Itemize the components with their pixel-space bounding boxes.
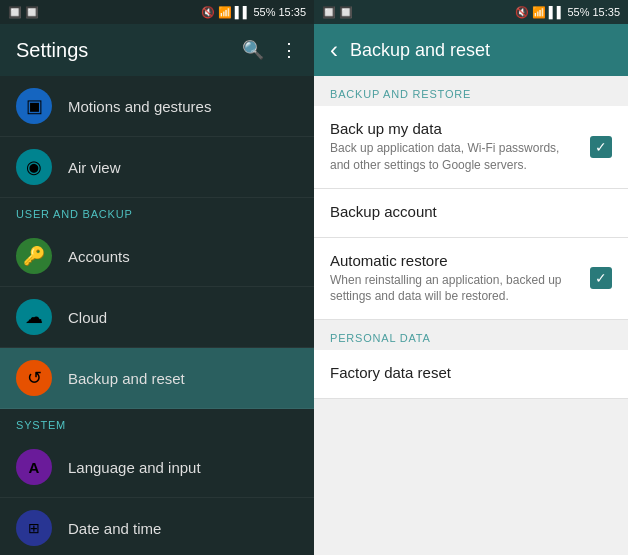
backup-account-text: Backup account: [330, 203, 612, 223]
backup-label: Backup and reset: [68, 370, 185, 387]
right-signal-icon: ▌▌: [549, 6, 565, 18]
right-panel: 🔲 🔲 🔇 📶 ▌▌ 55% 15:35 ‹ Backup and reset …: [314, 0, 628, 555]
right-mute-icon: 🔇: [515, 6, 529, 19]
motions-icon: ▣: [16, 88, 52, 124]
accounts-label: Accounts: [68, 248, 130, 265]
right-time: 15:35: [592, 6, 620, 18]
left-status-right-icons: 🔇 📶 ▌▌ 55% 15:35: [201, 6, 306, 19]
backup-icon: ↺: [16, 360, 52, 396]
personal-data-section-header: PERSONAL DATA: [314, 320, 628, 350]
back-up-data-item[interactable]: Back up my data Back up application data…: [314, 106, 628, 189]
back-up-data-text: Back up my data Back up application data…: [330, 120, 578, 174]
left-status-bar: 🔲 🔲 🔇 📶 ▌▌ 55% 15:35: [0, 0, 314, 24]
sidebar-item-backup[interactable]: ↺ Backup and reset: [0, 348, 314, 409]
left-battery-text: 55%: [253, 6, 275, 18]
back-up-data-subtitle: Back up application data, Wi-Fi password…: [330, 140, 578, 174]
system-section-header: SYSTEM: [0, 409, 314, 437]
back-up-data-checkbox[interactable]: ✓: [590, 136, 612, 158]
user-backup-section-header: USER AND BACKUP: [0, 198, 314, 226]
right-status-right-icons: 🔇 📶 ▌▌ 55% 15:35: [515, 6, 620, 19]
auto-restore-text: Automatic restore When reinstalling an a…: [330, 252, 578, 306]
left-time: 15:35: [278, 6, 306, 18]
auto-restore-subtitle: When reinstalling an application, backed…: [330, 272, 578, 306]
auto-restore-title: Automatic restore: [330, 252, 578, 269]
left-mute-icon: 🔇: [201, 6, 215, 19]
search-icon[interactable]: 🔍: [242, 39, 264, 61]
language-icon: A: [16, 449, 52, 485]
backup-restore-section-header: BACKUP AND RESTORE: [314, 76, 628, 106]
left-signal-icon: ▌▌: [235, 6, 251, 18]
datetime-icon: ⊞: [16, 510, 52, 546]
auto-restore-item[interactable]: Automatic restore When reinstalling an a…: [314, 238, 628, 321]
back-up-data-title: Back up my data: [330, 120, 578, 137]
auto-restore-checkbox[interactable]: ✓: [590, 267, 612, 289]
datetime-label: Date and time: [68, 520, 161, 537]
right-content: BACKUP AND RESTORE Back up my data Back …: [314, 76, 628, 555]
overflow-menu-icon[interactable]: ⋮: [280, 39, 298, 61]
factory-reset-text: Factory data reset: [330, 364, 612, 384]
left-wifi-icon: 📶: [218, 6, 232, 19]
left-status-left-icons: 🔲 🔲: [8, 6, 39, 19]
language-label: Language and input: [68, 459, 201, 476]
motions-label: Motions and gestures: [68, 98, 211, 115]
cloud-label: Cloud: [68, 309, 107, 326]
back-button[interactable]: ‹: [330, 36, 338, 64]
factory-reset-title: Factory data reset: [330, 364, 612, 381]
left-header-icons: 🔍 ⋮: [242, 39, 298, 61]
accounts-icon: 🔑: [16, 238, 52, 274]
left-notification-icons: 🔲 🔲: [8, 6, 39, 19]
right-status-left-icons: 🔲 🔲: [322, 6, 353, 19]
airview-label: Air view: [68, 159, 121, 176]
settings-title: Settings: [16, 39, 88, 62]
airview-icon: ◉: [16, 149, 52, 185]
settings-list: ▣ Motions and gestures ◉ Air view USER A…: [0, 76, 314, 555]
left-header: Settings 🔍 ⋮: [0, 24, 314, 76]
backup-account-title: Backup account: [330, 203, 612, 220]
right-battery-text: 55%: [567, 6, 589, 18]
right-header: ‹ Backup and reset: [314, 24, 628, 76]
cloud-icon: ☁: [16, 299, 52, 335]
factory-reset-item[interactable]: Factory data reset: [314, 350, 628, 399]
backup-account-item[interactable]: Backup account: [314, 189, 628, 238]
sidebar-item-motions[interactable]: ▣ Motions and gestures: [0, 76, 314, 137]
right-status-bar: 🔲 🔲 🔇 📶 ▌▌ 55% 15:35: [314, 0, 628, 24]
sidebar-item-datetime[interactable]: ⊞ Date and time: [0, 498, 314, 555]
sidebar-item-cloud[interactable]: ☁ Cloud: [0, 287, 314, 348]
sidebar-item-airview[interactable]: ◉ Air view: [0, 137, 314, 198]
right-wifi-icon: 📶: [532, 6, 546, 19]
right-notification-icons: 🔲 🔲: [322, 6, 353, 19]
sidebar-item-accounts[interactable]: 🔑 Accounts: [0, 226, 314, 287]
sidebar-item-language[interactable]: A Language and input: [0, 437, 314, 498]
right-title: Backup and reset: [350, 40, 490, 61]
left-panel: 🔲 🔲 🔇 📶 ▌▌ 55% 15:35 Settings 🔍 ⋮ ▣ Moti…: [0, 0, 314, 555]
